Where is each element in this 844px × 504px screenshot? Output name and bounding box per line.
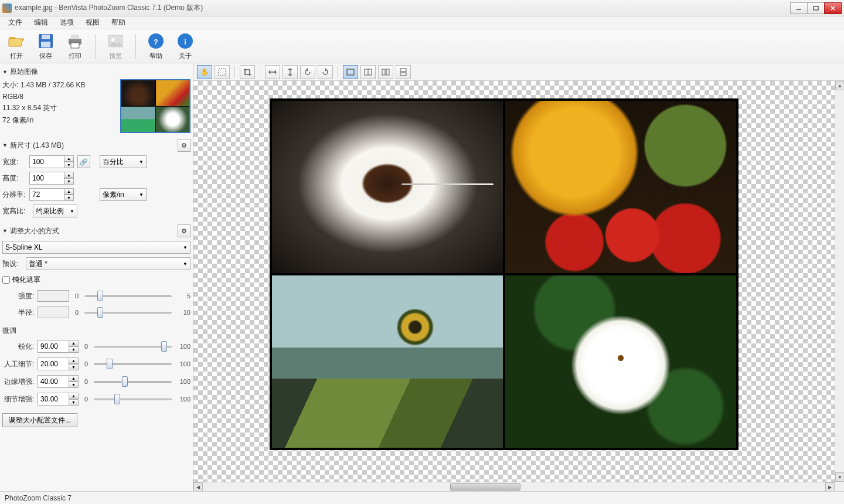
help-button[interactable]: ? 帮助 (144, 32, 168, 62)
save-button[interactable]: 保存 (34, 32, 57, 62)
about-button[interactable]: i 关于 (173, 32, 197, 62)
section-resize-method[interactable]: ▼调整大小的方式 ⚙ (2, 223, 190, 239)
menu-help[interactable]: 帮助 (106, 16, 131, 29)
svg-rect-9 (71, 43, 79, 48)
svg-rect-5 (42, 35, 50, 39)
sharpen-slider[interactable] (94, 341, 172, 352)
edge-boost-slider[interactable] (94, 376, 172, 387)
image-cell-fruit (505, 101, 736, 273)
image-preview[interactable] (270, 98, 738, 450)
window-title: example.jpg - BenVista PhotoZoom Classic… (15, 3, 791, 13)
scroll-down-button[interactable]: ▼ (835, 472, 844, 482)
view-single-button[interactable] (343, 65, 358, 79)
edge-boost-label: 边缘增强: (2, 377, 34, 387)
artificial-detail-input[interactable]: ▲▼ (38, 357, 79, 370)
scroll-left-button[interactable]: ◀ (193, 482, 203, 491)
title-bar: example.jpg - BenVista PhotoZoom Classic… (0, 0, 844, 16)
newsize-settings-button[interactable]: ⚙ (178, 139, 190, 152)
sharpen-input[interactable]: ▲▼ (38, 340, 79, 353)
height-input[interactable]: ▲▼ (29, 172, 74, 185)
vertical-scrollbar[interactable]: ▲ ▼ (835, 81, 844, 482)
preset-select[interactable]: 普通 *▼ (26, 257, 190, 270)
printer-icon (66, 32, 84, 50)
aspect-select[interactable]: 约束比例▼ (33, 205, 77, 217)
image-cell-frog (272, 275, 503, 448)
unsharp-mask-checkbox[interactable]: 钝化遮罩 (2, 275, 190, 285)
maximize-button[interactable] (807, 2, 825, 14)
detail-boost-slider[interactable] (94, 394, 172, 404)
thumbnail[interactable] (120, 79, 190, 133)
svg-rect-16 (219, 69, 226, 76)
rotate-ccw-icon (304, 68, 312, 76)
method-settings-button[interactable]: ⚙ (178, 224, 190, 237)
radius-input (38, 307, 69, 318)
minimize-button[interactable] (790, 2, 808, 14)
canvas-area[interactable]: ▲ ▼ ◀ ▶ (193, 81, 844, 491)
scroll-up-button[interactable]: ▲ (835, 81, 844, 90)
split-v-icon (382, 68, 390, 76)
floppy-icon (36, 32, 55, 50)
close-button[interactable] (824, 2, 842, 14)
main-toolbar: 打开 保存 打印 预览 ? 帮助 i 关于 (0, 29, 844, 63)
strength-input (38, 290, 69, 302)
status-text: PhotoZoom Classic 7 (5, 494, 72, 502)
section-finetune: 微调 (2, 325, 190, 337)
help-icon: ? (147, 32, 165, 50)
preset-label: 预设: (2, 259, 22, 269)
aspect-label: 宽高比: (2, 206, 29, 216)
detail-boost-input[interactable]: ▲▼ (38, 393, 79, 406)
resize-profile-button[interactable]: 调整大小配置文件... (2, 413, 77, 427)
image-cell-coffee (272, 101, 503, 273)
resolution-input[interactable]: ▲▼ (29, 188, 74, 201)
radius-slider[interactable] (84, 307, 172, 318)
section-newsize[interactable]: ▼新尺寸 (1.43 MB) ⚙ (2, 138, 190, 153)
horizontal-scrollbar[interactable]: ◀ ▶ (193, 482, 835, 491)
original-mode: RGB/8 (2, 93, 117, 101)
canvas-toolbar: ✋ (193, 63, 844, 81)
flip-vertical-button[interactable] (283, 65, 298, 79)
scroll-thumb[interactable] (450, 483, 520, 491)
link-dimensions-button[interactable]: 🔗 (77, 155, 90, 168)
svg-text:?: ? (154, 38, 158, 46)
scroll-right-button[interactable]: ▶ (825, 482, 835, 491)
stacked-icon (399, 68, 407, 76)
edge-boost-input[interactable]: ▲▼ (38, 375, 79, 388)
section-original[interactable]: ▼原始图像 (2, 66, 190, 78)
svg-rect-8 (71, 35, 79, 39)
algorithm-select[interactable]: S-Spline XL▼ (2, 241, 190, 254)
toolbar-separator (95, 34, 96, 59)
artificial-detail-label: 人工细节: (2, 359, 34, 369)
view-split-h-button[interactable] (360, 65, 376, 79)
original-dpi: 72 像素/in (2, 115, 117, 125)
flip-horizontal-button[interactable] (265, 65, 280, 79)
crop-tool-button[interactable] (240, 65, 255, 79)
strength-slider[interactable] (84, 291, 172, 301)
menu-file[interactable]: 文件 (2, 16, 28, 29)
svg-rect-22 (400, 69, 406, 71)
menu-options[interactable]: 选项 (54, 16, 80, 29)
view-stacked-button[interactable] (396, 65, 411, 79)
resolution-unit-select[interactable]: 像素/in▼ (100, 188, 147, 201)
sharpen-label: 锐化: (2, 342, 34, 352)
view-split-v-button[interactable] (378, 65, 393, 79)
hand-icon: ✋ (200, 68, 209, 76)
menu-edit[interactable]: 编辑 (28, 16, 54, 29)
open-button[interactable]: 打开 (5, 32, 28, 62)
svg-rect-20 (382, 69, 385, 75)
rotate-right-button[interactable] (318, 65, 333, 79)
view-single-icon (346, 68, 355, 76)
print-button[interactable]: 打印 (63, 32, 87, 62)
detail-boost-label: 细节增强: (2, 394, 34, 404)
folder-open-icon (7, 32, 26, 50)
size-unit-select[interactable]: 百分比▼ (100, 155, 147, 168)
width-input[interactable]: ▲▼ (29, 155, 74, 168)
resolution-label: 分辨率: (2, 190, 26, 200)
marquee-tool-button[interactable] (215, 65, 230, 79)
radius-label: 半径: (2, 308, 34, 318)
rotate-left-button[interactable] (300, 65, 315, 79)
image-cell-lily (505, 275, 736, 448)
flip-v-icon (286, 68, 294, 76)
menu-view[interactable]: 视图 (80, 16, 106, 29)
hand-tool-button[interactable]: ✋ (197, 65, 212, 79)
artificial-detail-slider[interactable] (94, 359, 172, 369)
